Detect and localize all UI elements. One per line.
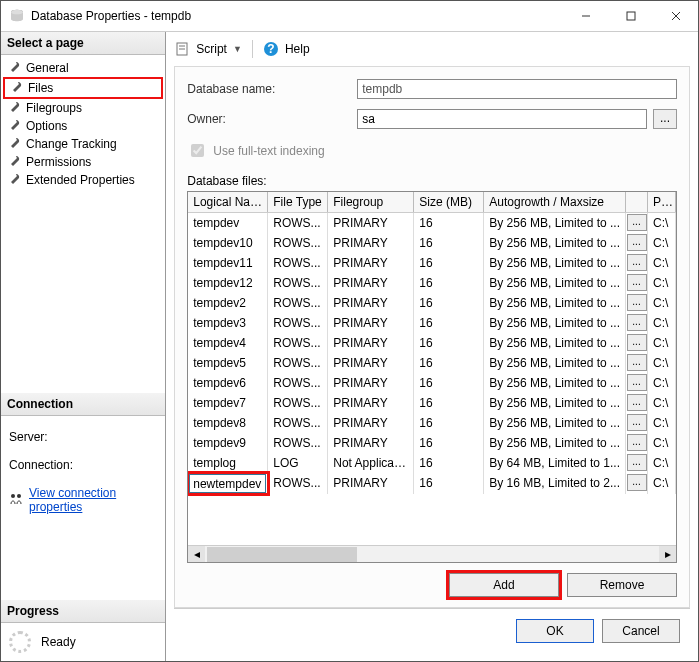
scroll-left-icon[interactable]: ◂ [188, 546, 205, 563]
ok-button[interactable]: OK [516, 619, 594, 643]
col-logical-name[interactable]: Logical Name [188, 192, 268, 212]
table-row[interactable]: templogLOGNot Applicable16By 64 MB, Limi… [188, 453, 676, 473]
cell-filegroup: Not Applicable [328, 453, 414, 473]
svg-point-7 [17, 494, 21, 498]
horizontal-scrollbar[interactable]: ◂ ▸ [188, 545, 676, 562]
dialog-window: Database Properties - tempdb Select a pa… [0, 0, 699, 662]
cell-filegroup: PRIMARY [328, 273, 414, 293]
cancel-button[interactable]: Cancel [602, 619, 680, 643]
page-item-options[interactable]: Options [3, 117, 163, 135]
col-path[interactable]: Path [648, 192, 676, 212]
window-title: Database Properties - tempdb [31, 9, 563, 23]
table-row[interactable]: tempdev4ROWS...PRIMARY16By 256 MB, Limit… [188, 333, 676, 353]
table-row[interactable]: tempdev7ROWS...PRIMARY16By 256 MB, Limit… [188, 393, 676, 413]
dbname-input [357, 79, 677, 99]
col-file-type[interactable]: File Type [268, 192, 328, 212]
autogrowth-edit-button[interactable]: ... [627, 434, 647, 451]
table-row[interactable]: ROWS...PRIMARY16By 16 MB, Limited to 2..… [188, 473, 676, 494]
autogrowth-edit-button[interactable]: ... [627, 334, 647, 351]
autogrowth-edit-button[interactable]: ... [627, 314, 647, 331]
cell-filegroup: PRIMARY [328, 393, 414, 413]
cell-logical-name: tempdev5 [188, 353, 268, 373]
col-filegroup[interactable]: Filegroup [328, 192, 414, 212]
cell-logical-name: tempdev6 [188, 373, 268, 393]
sidebar: Select a page GeneralFilesFilegroupsOpti… [1, 32, 166, 661]
col-autogrowth[interactable]: Autogrowth / Maxsize [484, 192, 626, 212]
script-dropdown-icon[interactable]: ▼ [233, 44, 242, 54]
progress-header: Progress [1, 600, 165, 623]
progress-status: Ready [41, 635, 76, 649]
autogrowth-edit-button[interactable]: ... [627, 234, 647, 251]
minimize-button[interactable] [563, 1, 608, 31]
cell-file-type: ROWS... [268, 313, 328, 333]
title-bar: Database Properties - tempdb [1, 1, 698, 31]
svg-text:?: ? [267, 42, 274, 56]
cell-filegroup: PRIMARY [328, 413, 414, 433]
remove-button[interactable]: Remove [567, 573, 677, 597]
col-size[interactable]: Size (MB) [414, 192, 484, 212]
autogrowth-edit-button[interactable]: ... [627, 374, 647, 391]
autogrowth-edit-button[interactable]: ... [627, 214, 647, 231]
table-row[interactable]: tempdev5ROWS...PRIMARY16By 256 MB, Limit… [188, 353, 676, 373]
cell-logical-name: tempdev4 [188, 333, 268, 353]
cell-autogrowth: By 256 MB, Limited to ... [484, 393, 626, 413]
cell-path: C:\ [648, 473, 676, 494]
cell-autogrowth: By 256 MB, Limited to ... [484, 293, 626, 313]
cell-size: 16 [414, 313, 484, 333]
help-button[interactable]: Help [285, 42, 310, 56]
owner-browse-button[interactable]: ... [653, 109, 677, 129]
cell-path: C:\ [648, 453, 676, 473]
script-button[interactable]: Script [196, 42, 227, 56]
autogrowth-edit-button[interactable]: ... [627, 294, 647, 311]
close-button[interactable] [653, 1, 698, 31]
page-item-filegroups[interactable]: Filegroups [3, 99, 163, 117]
page-item-general[interactable]: General [3, 59, 163, 77]
autogrowth-edit-button[interactable]: ... [627, 474, 647, 491]
table-row[interactable]: tempdev6ROWS...PRIMARY16By 256 MB, Limit… [188, 373, 676, 393]
autogrowth-edit-button[interactable]: ... [627, 354, 647, 371]
cell-autogrowth: By 256 MB, Limited to ... [484, 233, 626, 253]
cell-file-type: ROWS... [268, 213, 328, 233]
autogrowth-edit-button[interactable]: ... [627, 414, 647, 431]
fulltext-label: Use full-text indexing [213, 144, 324, 158]
cell-autogrowth: By 256 MB, Limited to ... [484, 353, 626, 373]
scroll-right-icon[interactable]: ▸ [659, 546, 676, 563]
page-item-permissions[interactable]: Permissions [3, 153, 163, 171]
cell-file-type: ROWS... [268, 233, 328, 253]
database-files-grid[interactable]: Logical Name File Type Filegroup Size (M… [187, 191, 677, 563]
autogrowth-edit-button[interactable]: ... [627, 454, 647, 471]
cell-size: 16 [414, 433, 484, 453]
cell-logical-name: tempdev7 [188, 393, 268, 413]
cell-file-type: ROWS... [268, 373, 328, 393]
page-item-change-tracking[interactable]: Change Tracking [3, 135, 163, 153]
page-item-label: Files [28, 81, 53, 95]
autogrowth-edit-button[interactable]: ... [627, 274, 647, 291]
table-row[interactable]: tempdev11ROWS...PRIMARY16By 256 MB, Limi… [188, 253, 676, 273]
page-item-label: Change Tracking [26, 137, 117, 151]
table-row[interactable]: tempdev3ROWS...PRIMARY16By 256 MB, Limit… [188, 313, 676, 333]
page-item-extended-properties[interactable]: Extended Properties [3, 171, 163, 189]
table-row[interactable]: tempdev2ROWS...PRIMARY16By 256 MB, Limit… [188, 293, 676, 313]
page-item-files[interactable]: Files [3, 77, 163, 99]
table-row[interactable]: tempdev10ROWS...PRIMARY16By 256 MB, Limi… [188, 233, 676, 253]
table-row[interactable]: tempdev12ROWS...PRIMARY16By 256 MB, Limi… [188, 273, 676, 293]
view-connection-properties-link[interactable]: View connection properties [9, 486, 157, 514]
table-row[interactable]: tempdev8ROWS...PRIMARY16By 256 MB, Limit… [188, 413, 676, 433]
maximize-button[interactable] [608, 1, 653, 31]
add-button[interactable]: Add [449, 573, 559, 597]
svg-point-6 [11, 494, 15, 498]
autogrowth-edit-button[interactable]: ... [627, 394, 647, 411]
scroll-thumb[interactable] [207, 547, 357, 562]
page-item-label: Filegroups [26, 101, 82, 115]
logical-name-edit-input[interactable] [189, 474, 266, 493]
table-row[interactable]: tempdevROWS...PRIMARY16By 256 MB, Limite… [188, 213, 676, 233]
cell-autogrowth: By 256 MB, Limited to ... [484, 253, 626, 273]
cell-size: 16 [414, 353, 484, 373]
table-row[interactable]: tempdev9ROWS...PRIMARY16By 256 MB, Limit… [188, 433, 676, 453]
owner-input[interactable] [357, 109, 647, 129]
cell-path: C:\ [648, 353, 676, 373]
cell-logical-name: tempdev3 [188, 313, 268, 333]
cell-size: 16 [414, 333, 484, 353]
autogrowth-edit-button[interactable]: ... [627, 254, 647, 271]
cell-path: C:\ [648, 393, 676, 413]
